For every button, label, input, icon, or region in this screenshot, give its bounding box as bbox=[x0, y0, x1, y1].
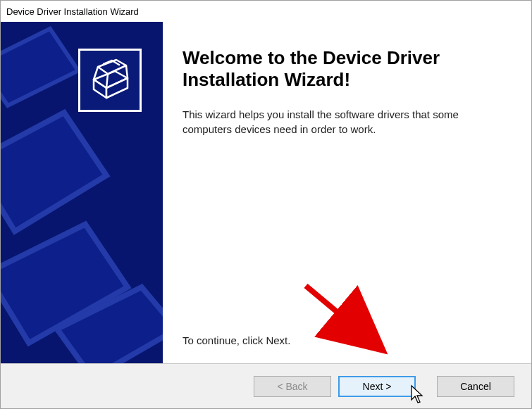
button-bar: < Back Next > Cancel bbox=[1, 363, 531, 408]
continue-instruction: To continue, click Next. bbox=[183, 334, 512, 346]
wizard-content: Welcome to the Device Driver Installatio… bbox=[163, 22, 531, 363]
back-button: < Back bbox=[254, 376, 331, 397]
window-title: Device Driver Installation Wizard bbox=[6, 6, 139, 17]
install-drivers-icon bbox=[78, 49, 142, 112]
titlebar: Device Driver Installation Wizard bbox=[1, 1, 531, 22]
svg-marker-8 bbox=[98, 60, 126, 74]
page-description: This wizard helps you install the softwa… bbox=[183, 108, 493, 137]
svg-line-11 bbox=[126, 65, 128, 78]
main-area: Welcome to the Device Driver Installatio… bbox=[1, 22, 531, 363]
wizard-window: Device Driver Installation Wizard bbox=[0, 0, 532, 409]
cancel-button[interactable]: Cancel bbox=[437, 376, 514, 397]
page-heading: Welcome to the Device Driver Installatio… bbox=[183, 47, 512, 91]
next-button[interactable]: Next > bbox=[338, 376, 416, 397]
wizard-sidebar bbox=[1, 22, 163, 363]
